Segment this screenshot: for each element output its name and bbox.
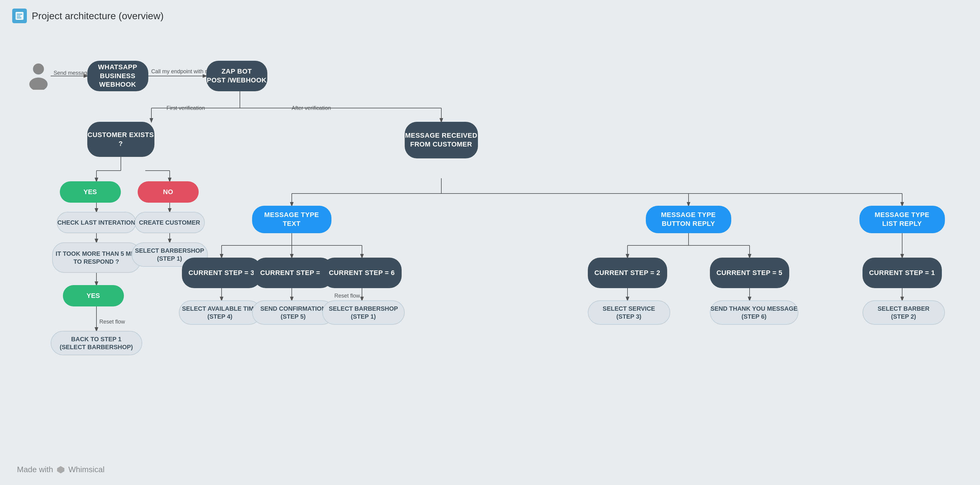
create-customer-node: CREATE CUSTOMER bbox=[135, 212, 205, 233]
send-thank-you-node: SEND THANK YOU MESSAGE(STEP 6) bbox=[710, 301, 799, 325]
zapbot-text: ZAP BOTPOST /WEBHOOK bbox=[207, 67, 267, 84]
first-verification-label: First verification bbox=[167, 105, 205, 111]
after-verification-label: After verification bbox=[292, 105, 331, 111]
current-step-5-text: CURRENT STEP = 5 bbox=[716, 269, 782, 277]
select-available-node: SELECT AVAILABLE TIME(STEP 4) bbox=[179, 301, 261, 325]
send-thank-you-text: SEND THANK YOU MESSAGE(STEP 6) bbox=[711, 305, 797, 321]
took-more-node: IT TOOK MORE THAN 5 MINTO RESPOND ? bbox=[52, 242, 141, 273]
message-received-text: MESSAGE RECEIVEDFROM CUSTOMER bbox=[405, 131, 477, 149]
current-step-6-text-label: CURRENT STEP = 6 bbox=[329, 269, 395, 277]
app-icon bbox=[12, 8, 27, 23]
current-step-1-text: CURRENT STEP = 1 bbox=[869, 269, 935, 277]
no-node: NO bbox=[138, 181, 199, 203]
customer-exists-node: CUSTOMER EXISTS ? bbox=[87, 122, 154, 157]
current-step-2-node: CURRENT STEP = 2 bbox=[588, 258, 667, 288]
check-last-node: CHECK LAST INTERATION bbox=[57, 212, 136, 233]
reset-flow-label-1: Reset flow bbox=[100, 319, 125, 325]
msg-type-button-node: MESSAGE TYPEBUTTON REPLY bbox=[646, 206, 731, 233]
yes-node-1: YES bbox=[60, 181, 121, 203]
svg-point-47 bbox=[29, 78, 48, 90]
person-icon bbox=[26, 62, 51, 90]
brand-text: Whimsical bbox=[68, 465, 104, 474]
msg-type-button-label: MESSAGE TYPEBUTTON REPLY bbox=[661, 211, 716, 228]
whatsapp-webhook-node: WHATSAPP BUSINESSWEBHOOK bbox=[87, 61, 148, 91]
header: Project architecture (overview) bbox=[0, 0, 980, 32]
select-available-text: SELECT AVAILABLE TIME(STEP 4) bbox=[182, 305, 258, 321]
no-label: NO bbox=[163, 188, 173, 197]
current-step-3-node: CURRENT STEP = 3 bbox=[182, 258, 261, 288]
zapbot-node: ZAP BOTPOST /WEBHOOK bbox=[206, 61, 267, 91]
customer-exists-text: CUSTOMER EXISTS ? bbox=[87, 130, 154, 148]
diagram-area: Send message WHATSAPP BUSINESSWEBHOOK Ca… bbox=[17, 32, 963, 483]
msg-type-list-label: MESSAGE TYPELIST REPLY bbox=[875, 211, 930, 228]
back-step1-text: BACK TO STEP 1(SELECT BARBERSHOP) bbox=[59, 335, 133, 351]
select-barber-text: SELECT BARBER(STEP 2) bbox=[877, 305, 929, 321]
send-message-label: Send message bbox=[54, 70, 90, 76]
msg-type-text-label: MESSAGE TYPETEXT bbox=[264, 211, 319, 228]
select-service-text: SELECT SERVICE(STEP 3) bbox=[603, 305, 655, 321]
current-step-5-node: CURRENT STEP = 5 bbox=[710, 258, 789, 288]
msg-type-text-node: MESSAGE TYPETEXT bbox=[252, 206, 331, 233]
current-step-4-node: CURRENT STEP = 4 bbox=[254, 258, 333, 288]
whatsapp-webhook-text: WHATSAPP BUSINESSWEBHOOK bbox=[87, 63, 148, 89]
select-barber-node: SELECT BARBER(STEP 2) bbox=[862, 301, 945, 325]
took-more-text: IT TOOK MORE THAN 5 MINTO RESPOND ? bbox=[56, 250, 137, 266]
current-step-6-text-node: CURRENT STEP = 6 bbox=[322, 258, 402, 288]
select-barbershop-step6-text: SELECT BARBERSHOP(STEP 1) bbox=[329, 305, 398, 321]
made-with-text: Made with bbox=[17, 465, 53, 474]
reset-flow-label-2: Reset flow bbox=[334, 293, 360, 299]
back-step1-node: BACK TO STEP 1(SELECT BARBERSHOP) bbox=[51, 331, 142, 355]
create-customer-text: CREATE CUSTOMER bbox=[139, 219, 200, 226]
footer: Made with Whimsical bbox=[17, 465, 105, 474]
current-step-1-node: CURRENT STEP = 1 bbox=[862, 258, 942, 288]
svg-rect-1 bbox=[17, 14, 22, 15]
svg-point-46 bbox=[33, 64, 44, 75]
svg-marker-48 bbox=[57, 466, 64, 474]
page-title: Project architecture (overview) bbox=[32, 10, 164, 22]
yes-node-2: YES bbox=[63, 285, 124, 307]
whimsical-icon bbox=[56, 465, 65, 474]
message-received-node: MESSAGE RECEIVEDFROM CUSTOMER bbox=[405, 122, 478, 158]
yes-label-2: YES bbox=[86, 291, 100, 301]
select-barbershop-step6-node: SELECT BARBERSHOP(STEP 1) bbox=[322, 301, 405, 325]
svg-rect-2 bbox=[17, 16, 21, 16]
msg-type-list-node: MESSAGE TYPELIST REPLY bbox=[859, 206, 945, 233]
check-last-text: CHECK LAST INTERATION bbox=[57, 219, 135, 226]
svg-rect-3 bbox=[17, 17, 21, 18]
select-service-node: SELECT SERVICE(STEP 3) bbox=[588, 301, 670, 325]
current-step-2-text: CURRENT STEP = 2 bbox=[594, 269, 660, 277]
current-step-4-text: CURRENT STEP = 4 bbox=[260, 269, 326, 277]
current-step-3-text: CURRENT STEP = 3 bbox=[188, 269, 254, 277]
send-confirmation-text: SEND CONFIRMATION(STEP 5) bbox=[260, 305, 326, 321]
yes-label-1: YES bbox=[83, 188, 97, 197]
